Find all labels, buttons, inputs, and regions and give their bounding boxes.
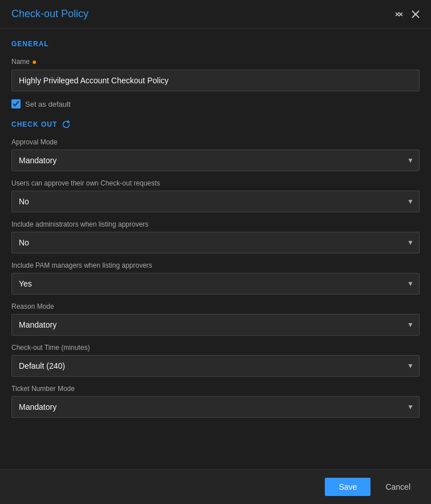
checkout-time-select[interactable]: Default (240) 60 120 180 240 480 — [11, 355, 420, 377]
modal-container: Check-out Policy GENERAL Name ● — [0, 0, 431, 504]
checkout-header: CHECK OUT — [11, 120, 420, 129]
modal-title: Check-out Policy — [11, 8, 88, 20]
checkout-time-wrapper: Default (240) 60 120 180 240 480 ▼ — [11, 355, 420, 377]
set-default-checkbox[interactable] — [11, 99, 21, 108]
ticket-number-label: Ticket Number Mode — [11, 385, 420, 393]
include-pam-wrapper: Yes No ▼ — [11, 273, 420, 295]
ticket-number-wrapper: Mandatory Optional Not Required ▼ — [11, 396, 420, 418]
modal-header: Check-out Policy — [0, 0, 431, 29]
name-input[interactable] — [11, 70, 420, 91]
include-pam-group: Include PAM managers when listing approv… — [11, 261, 420, 295]
cancel-button[interactable]: Cancel — [376, 478, 420, 496]
name-label: Name ● — [11, 57, 420, 66]
header-icons — [394, 10, 420, 19]
checkout-section: CHECK OUT Approval Mode Mandatory Option… — [11, 120, 420, 418]
reason-mode-group: Reason Mode Mandatory Optional Not Requi… — [11, 303, 420, 336]
include-admins-group: Include administrators when listing appr… — [11, 220, 420, 253]
include-pam-select[interactable]: Yes No — [11, 273, 420, 295]
default-checkbox-group: Set as default — [11, 99, 420, 108]
include-admins-select[interactable]: No Yes — [11, 232, 420, 253]
checkout-time-group: Check-out Time (minutes) Default (240) 6… — [11, 344, 420, 377]
close-icon[interactable] — [412, 10, 420, 18]
reason-mode-label: Reason Mode — [11, 303, 420, 311]
self-approve-wrapper: No Yes ▼ — [11, 191, 420, 212]
reason-mode-wrapper: Mandatory Optional Not Required ▼ — [11, 314, 420, 336]
checkout-section-label: CHECK OUT — [11, 120, 57, 128]
modal-body: GENERAL Name ● Set as default CHECK OUT — [0, 29, 431, 469]
name-field-group: Name ● — [11, 57, 420, 91]
include-admins-wrapper: No Yes ▼ — [11, 232, 420, 253]
approval-mode-group: Approval Mode Mandatory Optional Not Req… — [11, 138, 420, 171]
include-admins-label: Include administrators when listing appr… — [11, 220, 420, 228]
include-pam-label: Include PAM managers when listing approv… — [11, 261, 420, 269]
ticket-number-group: Ticket Number Mode Mandatory Optional No… — [11, 385, 420, 418]
reason-mode-select[interactable]: Mandatory Optional Not Required — [11, 314, 420, 336]
refresh-icon[interactable] — [62, 120, 71, 129]
self-approve-select[interactable]: No Yes — [11, 191, 420, 212]
minimize-icon[interactable] — [394, 10, 404, 19]
approval-mode-wrapper: Mandatory Optional Not Required ▼ — [11, 150, 420, 171]
self-approve-label: Users can approve their own Check-out re… — [11, 179, 420, 187]
required-indicator: ● — [32, 57, 37, 66]
ticket-number-select[interactable]: Mandatory Optional Not Required — [11, 396, 420, 418]
self-approve-group: Users can approve their own Check-out re… — [11, 179, 420, 212]
set-default-label[interactable]: Set as default — [25, 100, 71, 108]
modal-footer: Save Cancel — [0, 469, 431, 504]
approval-mode-label: Approval Mode — [11, 138, 420, 146]
save-button[interactable]: Save — [325, 478, 370, 496]
checkout-time-label: Check-out Time (minutes) — [11, 344, 420, 352]
general-section-label: GENERAL — [11, 40, 420, 48]
approval-mode-select[interactable]: Mandatory Optional Not Required — [11, 150, 420, 171]
